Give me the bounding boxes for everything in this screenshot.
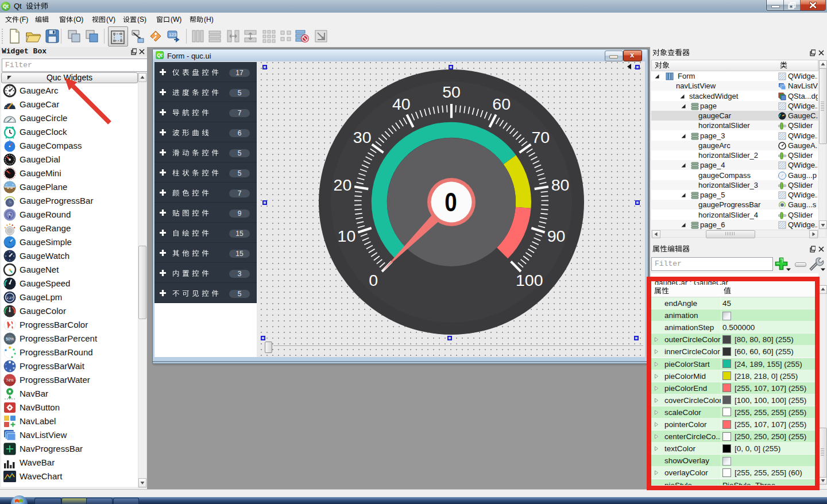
svg-text:90: 90	[547, 227, 566, 245]
svg-text:10: 10	[338, 227, 356, 245]
svg-text:74%: 74%	[6, 378, 13, 382]
svg-text:0: 0	[369, 271, 378, 289]
svg-text:50: 50	[442, 83, 461, 101]
svg-text:0: 0	[445, 187, 457, 216]
svg-text:60: 60	[492, 95, 511, 113]
svg-text:123: 123	[169, 32, 177, 37]
svg-text:70: 70	[531, 128, 550, 146]
svg-text:40: 40	[392, 95, 411, 113]
svg-text:80: 80	[551, 176, 570, 194]
svg-text:100: 100	[516, 271, 543, 289]
svg-text:20: 20	[334, 176, 352, 194]
svg-text:30: 30	[353, 128, 372, 146]
svg-text:50%: 50%	[6, 337, 14, 341]
svg-text:2.27: 2.27	[6, 296, 13, 300]
